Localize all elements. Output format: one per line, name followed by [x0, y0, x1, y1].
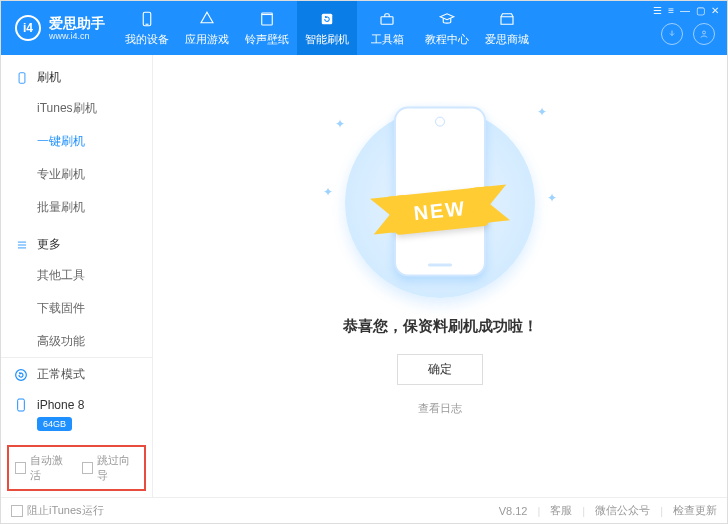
sidebar-item-batch[interactable]: 批量刷机 — [1, 191, 152, 224]
checkbox-skip-guide[interactable]: 跳过向导 — [82, 453, 139, 483]
tab-toolbox[interactable]: 工具箱 — [357, 1, 417, 55]
main: ✦ ✦ ✦ ✦ NEW 恭喜您，保资料刷机成功啦！ 确定 查看日志 — [153, 55, 727, 497]
sidebar: 刷机 iTunes刷机 一键刷机 专业刷机 批量刷机 更多 其他工具 下载固件 … — [1, 55, 153, 497]
view-log-link[interactable]: 查看日志 — [418, 401, 462, 416]
tab-ringtone[interactable]: 铃声壁纸 — [237, 1, 297, 55]
brand: i4 爱思助手 www.i4.cn — [1, 1, 117, 55]
user-button[interactable] — [693, 23, 715, 45]
separator: | — [537, 505, 540, 517]
footer-left: 阻止iTunes运行 — [11, 503, 104, 518]
sidebar-mode-label: 正常模式 — [37, 366, 85, 383]
footer: 阻止iTunes运行 V8.12 | 客服 | 微信公众号 | 检查更新 — [1, 497, 727, 523]
checkbox-label: 跳过向导 — [97, 453, 138, 483]
sidebar-item-itunes[interactable]: iTunes刷机 — [1, 92, 152, 125]
success-message: 恭喜您，保资料刷机成功啦！ — [343, 317, 538, 336]
svg-rect-4 — [381, 16, 393, 24]
refresh-circle-icon — [13, 367, 29, 383]
brand-text: 爱思助手 www.i4.cn — [49, 16, 105, 41]
support-link[interactable]: 客服 — [550, 503, 572, 518]
sidebar-section-label: 更多 — [37, 236, 61, 253]
checkbox-label: 阻止iTunes运行 — [27, 503, 104, 518]
tab-my-device[interactable]: 我的设备 — [117, 1, 177, 55]
sidebar-section-more: 更多 — [1, 230, 152, 259]
app-window: i4 爱思助手 www.i4.cn 我的设备 应用游戏 铃声壁纸 智能刷机 — [0, 0, 728, 524]
sidebar-item-pro[interactable]: 专业刷机 — [1, 158, 152, 191]
tab-label: 我的设备 — [125, 32, 169, 47]
version-label: V8.12 — [499, 505, 528, 517]
sidebar-section-flash: 刷机 — [1, 63, 152, 92]
brand-logo-icon: i4 — [15, 15, 41, 41]
sparkle-icon: ✦ — [335, 117, 345, 131]
sidebar-item-advanced[interactable]: 高级功能 — [1, 325, 152, 357]
maximize-icon[interactable]: ▢ — [696, 5, 705, 16]
window-controls: ☰ ≡ — ▢ ✕ — [653, 5, 719, 16]
checkbox-label: 自动激活 — [30, 453, 71, 483]
separator: | — [582, 505, 585, 517]
tab-flash[interactable]: 智能刷机 — [297, 1, 357, 55]
phone-icon — [138, 10, 156, 28]
checkbox-icon — [82, 462, 93, 474]
settings-icon[interactable]: ≡ — [668, 5, 674, 16]
sidebar-mode[interactable]: 正常模式 — [1, 358, 152, 391]
sidebar-device[interactable]: iPhone 8 64GB — [1, 391, 152, 441]
ok-button[interactable]: 确定 — [397, 354, 483, 385]
sparkle-icon: ✦ — [547, 191, 557, 205]
wechat-link[interactable]: 微信公众号 — [595, 503, 650, 518]
svg-rect-3 — [322, 13, 333, 24]
menu-icon — [15, 238, 29, 252]
separator: | — [660, 505, 663, 517]
sidebar-item-oneclick[interactable]: 一键刷机 — [1, 125, 152, 158]
success-illustration: ✦ ✦ ✦ ✦ NEW — [325, 95, 555, 295]
sparkle-icon: ✦ — [323, 185, 333, 199]
tab-label: 智能刷机 — [305, 32, 349, 47]
svg-rect-11 — [18, 399, 25, 411]
checkbox-block-itunes[interactable]: 阻止iTunes运行 — [11, 503, 104, 518]
checkbox-icon — [11, 505, 23, 517]
download-button[interactable] — [661, 23, 683, 45]
apps-icon — [198, 10, 216, 28]
svg-point-5 — [703, 31, 706, 34]
device-capacity-badge: 64GB — [37, 417, 72, 431]
sidebar-scroll: 刷机 iTunes刷机 一键刷机 专业刷机 批量刷机 更多 其他工具 下载固件 … — [1, 55, 152, 357]
refresh-icon — [318, 10, 336, 28]
brand-url: www.i4.cn — [49, 32, 105, 41]
body: 刷机 iTunes刷机 一键刷机 专业刷机 批量刷机 更多 其他工具 下载固件 … — [1, 55, 727, 497]
tab-label: 教程中心 — [425, 32, 469, 47]
tab-label: 应用游戏 — [185, 32, 229, 47]
phone-icon — [13, 397, 29, 413]
top-tabs: 我的设备 应用游戏 铃声壁纸 智能刷机 工具箱 教程中心 — [117, 1, 537, 55]
checkbox-auto-activate[interactable]: 自动激活 — [15, 453, 72, 483]
topbar-right — [661, 23, 715, 45]
sidebar-item-other[interactable]: 其他工具 — [1, 259, 152, 292]
tab-tutorial[interactable]: 教程中心 — [417, 1, 477, 55]
update-link[interactable]: 检查更新 — [673, 503, 717, 518]
footer-right: V8.12 | 客服 | 微信公众号 | 检查更新 — [499, 503, 717, 518]
skin-icon[interactable]: ☰ — [653, 5, 662, 16]
store-icon — [498, 10, 516, 28]
checkbox-icon — [15, 462, 26, 474]
svg-rect-6 — [19, 72, 25, 83]
sidebar-checks-highlight: 自动激活 跳过向导 — [7, 445, 146, 491]
device-name: iPhone 8 — [37, 398, 84, 412]
tab-label: 铃声壁纸 — [245, 32, 289, 47]
sidebar-section-label: 刷机 — [37, 69, 61, 86]
sidebar-item-download[interactable]: 下载固件 — [1, 292, 152, 325]
close-icon[interactable]: ✕ — [711, 5, 719, 16]
minimize-icon[interactable]: — — [680, 5, 690, 16]
topbar: i4 爱思助手 www.i4.cn 我的设备 应用游戏 铃声壁纸 智能刷机 — [1, 1, 727, 55]
toolbox-icon — [378, 10, 396, 28]
brand-title: 爱思助手 — [49, 16, 105, 30]
tab-apps[interactable]: 应用游戏 — [177, 1, 237, 55]
svg-point-10 — [16, 369, 27, 380]
phone-icon — [15, 71, 29, 85]
tab-label: 工具箱 — [371, 32, 404, 47]
tab-label: 爱思商城 — [485, 32, 529, 47]
wallpaper-icon — [258, 10, 276, 28]
graduation-icon — [438, 10, 456, 28]
sparkle-icon: ✦ — [537, 105, 547, 119]
sidebar-bottom: 正常模式 iPhone 8 64GB 自动激活 — [1, 357, 152, 497]
tab-store[interactable]: 爱思商城 — [477, 1, 537, 55]
